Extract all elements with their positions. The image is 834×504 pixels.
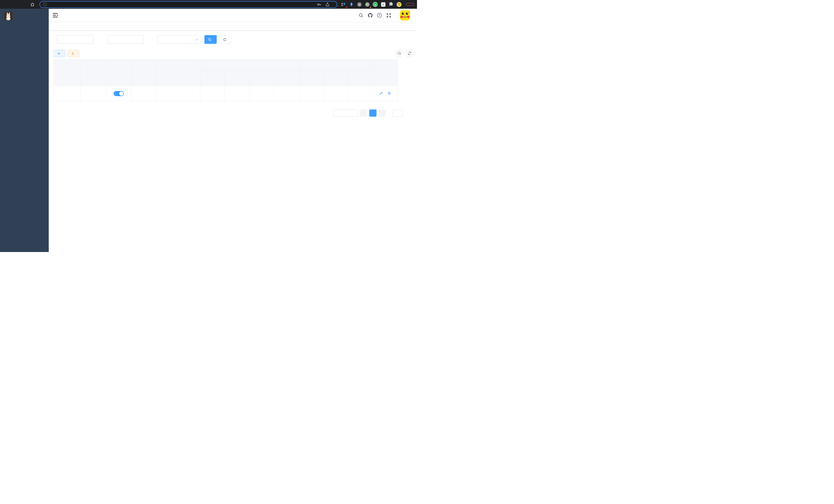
col-created [156, 60, 200, 86]
sidebar-toggle-icon[interactable] [53, 13, 58, 18]
page-size-select[interactable] [333, 110, 358, 117]
app-table [54, 59, 412, 101]
svg-text:?: ? [378, 14, 380, 17]
refresh-table-button[interactable] [406, 49, 413, 57]
extension-blocks-icon[interactable] [341, 2, 346, 7]
col-alipay-pc [225, 71, 250, 86]
edit-button[interactable] [379, 92, 383, 95]
prev-page-button[interactable] [360, 110, 367, 117]
col-wechat-jsapi [324, 71, 349, 86]
col-wechat-mini [300, 71, 324, 86]
table-row [54, 86, 398, 101]
site-info-icon[interactable] [43, 3, 47, 6]
merchant-name-input[interactable] [107, 35, 144, 44]
refresh-icon [223, 38, 226, 41]
col-wechat-app [349, 71, 374, 86]
download-icon [71, 52, 74, 55]
delete-button[interactable] [388, 92, 392, 95]
browser-reload-icon[interactable] [20, 1, 27, 8]
url-bar[interactable] [40, 1, 337, 8]
profile-emoji-icon[interactable] [396, 2, 402, 7]
github-icon[interactable] [368, 13, 373, 18]
wechat-app-status-icon [357, 89, 366, 98]
add-button[interactable] [54, 50, 65, 57]
sidebar-menu [0, 23, 49, 252]
extension-chat-icon[interactable] [380, 2, 386, 7]
extension-badge [346, 7, 347, 8]
group-wechat-config [300, 60, 374, 71]
wechat-mini-status-icon [307, 89, 316, 98]
svg-text:⌘: ⌘ [358, 3, 361, 6]
extension-gem-icon[interactable] [349, 2, 354, 7]
alipay-qr-status-icon [283, 89, 291, 98]
edit-icon [379, 92, 382, 95]
pagination [54, 110, 405, 117]
extensions-area: ⌘ y [341, 2, 414, 7]
alipay-app-status-icon [208, 89, 217, 98]
status-toggle[interactable] [114, 91, 124, 96]
extension-command-icon[interactable]: ⌘ [357, 2, 362, 7]
svg-text:y: y [374, 3, 376, 6]
sidebar-logo-row[interactable] [0, 9, 49, 23]
cell-merchant [131, 86, 156, 101]
col-app-name [81, 60, 106, 86]
show-search-button[interactable] [395, 49, 403, 57]
extension-y-icon[interactable]: y [373, 2, 378, 7]
col-merchant [131, 60, 156, 86]
sidebar [0, 9, 49, 252]
plus-icon [58, 52, 60, 55]
extension-badge [370, 7, 371, 8]
browser-update-button[interactable] [406, 3, 414, 6]
tags-view-bar [49, 22, 417, 30]
col-alipay-wap [250, 71, 275, 86]
cell-app-name [81, 86, 106, 101]
col-operations [374, 60, 398, 86]
goto-page-input[interactable] [392, 110, 403, 117]
browser-chrome: ⌘ y [0, 0, 417, 9]
cell-created [156, 86, 200, 101]
app-name-input[interactable] [57, 35, 93, 44]
search-button[interactable] [204, 35, 217, 44]
navbar-actions: ? [358, 10, 413, 21]
chevron-down-icon [195, 39, 198, 41]
cell-app-id [54, 86, 81, 101]
browser-back-icon[interactable] [3, 1, 10, 8]
app-logo [4, 12, 13, 20]
col-alipay-qr [275, 71, 300, 86]
col-app-id [54, 60, 81, 86]
extensions-puzzle-icon[interactable] [389, 2, 394, 7]
help-icon[interactable]: ? [377, 13, 382, 18]
wechat-jsapi-status-icon [332, 89, 341, 98]
trash-icon [388, 92, 391, 95]
top-navbar: ? [49, 9, 417, 22]
export-button[interactable] [68, 50, 79, 57]
alipay-wap-status-icon [258, 89, 266, 98]
refresh-icon [408, 51, 411, 55]
col-alipay-app [200, 71, 225, 86]
search-icon [208, 38, 212, 41]
browser-forward-icon[interactable] [11, 1, 19, 8]
status-select[interactable] [157, 35, 201, 44]
alipay-pc-status-icon [233, 89, 242, 98]
reset-button[interactable] [219, 35, 232, 44]
browser-home-icon[interactable] [29, 1, 36, 8]
search-icon [397, 51, 401, 55]
share-icon[interactable] [326, 2, 330, 6]
extension-session-icon[interactable] [365, 2, 370, 7]
user-avatar[interactable] [400, 10, 410, 21]
page-content [49, 30, 417, 252]
page-number-button[interactable] [369, 110, 376, 117]
password-key-icon[interactable] [317, 2, 321, 7]
search-form [54, 35, 412, 44]
next-page-button[interactable] [378, 110, 386, 117]
fullscreen-icon[interactable] [386, 13, 391, 18]
table-toolbar [54, 49, 412, 57]
header-search-icon[interactable] [358, 13, 364, 18]
col-status [106, 60, 131, 86]
group-alipay-config [200, 60, 300, 71]
